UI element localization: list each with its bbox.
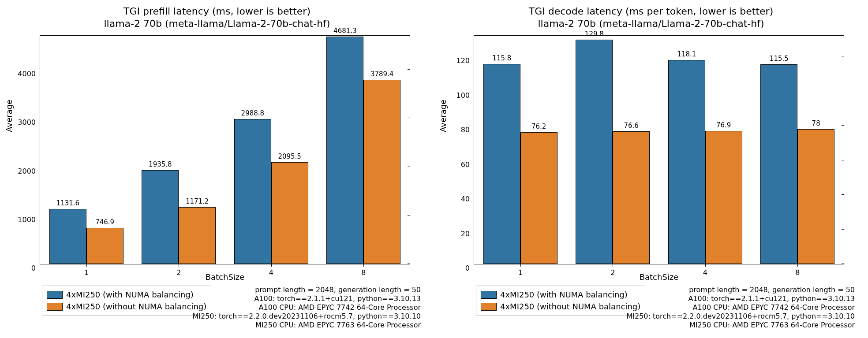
y-tick-mark <box>842 264 844 264</box>
y-tick-mark <box>408 215 410 215</box>
bar-value-label: 76.2 <box>531 123 546 130</box>
x-tick-mark <box>520 264 521 267</box>
footer-text-left: prompt length = 2048, generation length … <box>192 286 421 330</box>
footer-line: MI250: torch==2.2.0.dev20231106+rocm5.7,… <box>192 312 421 321</box>
legend-item-b-right: 4xMI250 (without NUMA balancing) <box>481 301 640 312</box>
panel-decode: TGI decode latency (ms per token, lower … <box>434 0 868 338</box>
title-line-2: llama-2 70b (meta-llama/Llama-2-70b-chat… <box>443 18 859 30</box>
title-line-1: TGI decode latency (ms per token, lower … <box>443 5 859 18</box>
legend-label-b: 4xMI250 (without NUMA balancing) <box>66 301 206 312</box>
y-tick-mark <box>408 118 410 118</box>
panel-prefill: TGI prefill latency (ms, lower is better… <box>0 0 434 338</box>
chart-title-right: TGI decode latency (ms per token, lower … <box>443 0 859 35</box>
legend-swatch-a <box>47 291 63 299</box>
x-axis-label-left: BatchSize <box>40 272 410 282</box>
bar-value-label: 4681.3 <box>333 27 357 35</box>
y-tick-label: 2000 <box>18 167 40 175</box>
figure: TGI prefill latency (ms, lower is better… <box>0 0 868 338</box>
y-axis-label-left: Average <box>4 100 14 132</box>
legend-item-a-left: 4xMI250 (with NUMA balancing) <box>47 289 206 301</box>
y-axis-label-right: Average <box>438 100 448 132</box>
bars-layer-left: 1131.61935.82988.84681.3746.91171.22095.… <box>40 36 410 264</box>
bar-series-a <box>234 119 271 264</box>
y-tick-mark <box>408 264 410 264</box>
y-tick-mark <box>842 229 844 230</box>
title-line-2: llama-2 70b (meta-llama/Llama-2-70b-chat… <box>9 18 425 30</box>
bar-series-b <box>705 131 742 264</box>
legend-label-b: 4xMI250 (without NUMA balancing) <box>500 301 640 312</box>
chart-title-left: TGI prefill latency (ms, lower is better… <box>9 0 425 35</box>
y-tick-label: 1000 <box>18 215 40 223</box>
bar-value-label: 78 <box>812 119 820 127</box>
y-tick-label: 80 <box>461 126 474 134</box>
y-tick-label: 20 <box>461 229 474 238</box>
bars-layer-right: 115.8129.8118.1115.576.276.676.978 <box>474 36 844 264</box>
bar-series-b <box>613 131 650 264</box>
y-tick-label: 4000 <box>18 70 40 78</box>
bar-value-label: 76.9 <box>716 121 731 129</box>
bar-value-label: 1131.6 <box>56 199 80 207</box>
x-tick-mark <box>86 264 87 267</box>
legend-left: 4xMI250 (with NUMA balancing) 4xMI250 (w… <box>42 286 211 316</box>
bar-series-b <box>179 207 216 264</box>
y-tick-mark <box>842 194 844 195</box>
bar-series-a <box>326 37 363 264</box>
bar-value-label: 129.8 <box>585 30 604 38</box>
footer-line: MI250 CPU: AMD EPYC 7763 64-Core Process… <box>626 321 855 330</box>
bar-series-a <box>483 64 520 264</box>
y-tick-label: 0 <box>465 264 474 272</box>
x-axis-label-right: BatchSize <box>474 272 844 282</box>
x-tick-mark <box>179 264 179 267</box>
y-tick-mark <box>408 69 410 70</box>
footer-line: prompt length = 2048, generation length … <box>192 286 421 294</box>
y-tick-mark <box>842 160 844 160</box>
bar-series-a <box>668 60 705 264</box>
legend-right: 4xMI250 (with NUMA balancing) 4xMI250 (w… <box>476 286 645 316</box>
y-tick-label: 100 <box>456 91 474 99</box>
footer-line: A100 CPU: AMD EPYC 7742 64-Core Processo… <box>192 303 421 312</box>
x-tick-mark <box>705 264 706 267</box>
bar-series-b <box>520 132 557 264</box>
footer-line: prompt length = 2048, generation length … <box>626 286 855 294</box>
legend-label-a: 4xMI250 (with NUMA balancing) <box>500 289 628 301</box>
legend-item-b-left: 4xMI250 (without NUMA balancing) <box>47 301 206 312</box>
footer-text-right: prompt length = 2048, generation length … <box>626 286 855 330</box>
bar-value-label: 118.1 <box>677 50 696 58</box>
footer-line: A100 CPU: AMD EPYC 7742 64-Core Processo… <box>626 303 855 312</box>
bar-value-label: 1935.8 <box>149 160 172 168</box>
title-line-1: TGI prefill latency (ms, lower is better… <box>9 5 425 18</box>
bar-value-label: 746.9 <box>95 218 114 226</box>
y-tick-label: 3000 <box>18 118 40 126</box>
plot-area-right: 115.8129.8118.1115.576.276.676.978 02040… <box>474 35 844 264</box>
bar-value-label: 2988.8 <box>241 109 265 117</box>
bar-value-label: 1171.2 <box>186 197 209 205</box>
bar-series-a <box>576 40 613 264</box>
y-tick-mark <box>408 167 410 167</box>
bar-value-label: 115.8 <box>492 54 511 62</box>
x-tick-mark <box>797 264 798 267</box>
bar-value-label: 2095.5 <box>278 152 301 160</box>
bar-series-a <box>760 64 797 264</box>
bar-series-b <box>271 162 308 264</box>
legend-swatch-a <box>481 291 497 299</box>
legend-label-a: 4xMI250 (with NUMA balancing) <box>66 289 194 301</box>
legend-swatch-b <box>481 303 497 311</box>
y-tick-mark <box>842 125 844 126</box>
legend-item-a-right: 4xMI250 (with NUMA balancing) <box>481 289 640 301</box>
x-tick-mark <box>271 264 272 267</box>
x-tick-mark <box>613 264 613 267</box>
legend-swatch-b <box>47 303 63 311</box>
footer-line: A100: torch==2.1.1+cu121, python==3.10.1… <box>626 294 855 303</box>
y-tick-label: 40 <box>461 195 474 203</box>
bar-series-a <box>49 209 86 264</box>
y-tick-mark <box>842 91 844 91</box>
y-tick-label: 120 <box>456 56 474 65</box>
footer-line: MI250: torch==2.2.0.dev20231106+rocm5.7,… <box>626 312 855 321</box>
y-tick-label: 60 <box>461 160 474 168</box>
x-tick-mark <box>363 264 364 267</box>
footer-line: MI250 CPU: AMD EPYC 7763 64-Core Process… <box>192 321 421 330</box>
bar-value-label: 115.5 <box>770 55 789 63</box>
y-tick-label: 0 <box>31 264 40 272</box>
plot-area-left: 1131.61935.82988.84681.3746.91171.22095.… <box>40 35 410 264</box>
bar-series-b <box>86 228 123 264</box>
